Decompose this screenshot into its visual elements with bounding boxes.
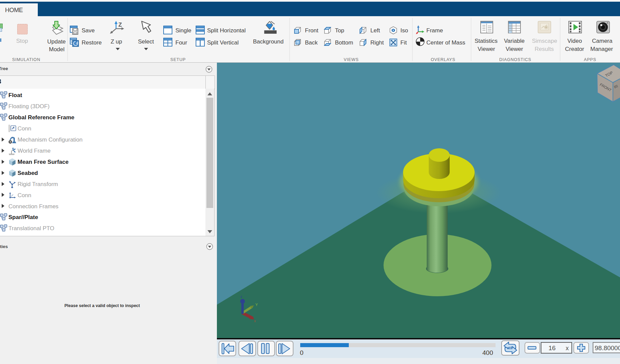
svg-text:Y: Y [255, 303, 258, 307]
svg-text:z: z [241, 295, 242, 299]
svg-text:x: x [254, 319, 256, 323]
svg-text:Z: Z [118, 22, 122, 28]
